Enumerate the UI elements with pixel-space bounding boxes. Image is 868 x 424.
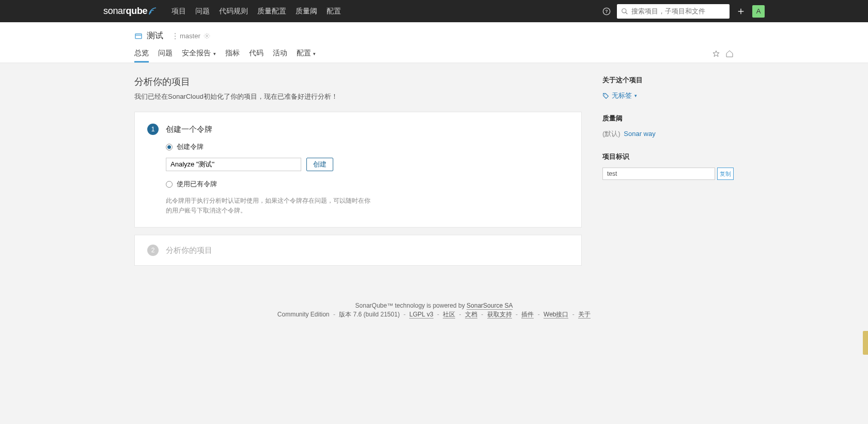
main-content: 分析你的项目 我们已经在SonarCloud初始化了你的项目，现在已准备好进行分… (134, 63, 734, 294)
radio-existing-token[interactable]: 使用已有令牌 (166, 179, 569, 189)
tab-issues[interactable]: 问题 (158, 44, 173, 63)
chevron-down-icon: ▾ (212, 51, 216, 56)
tab-measures[interactable]: 指标 (225, 44, 240, 63)
footer-license-link[interactable]: LGPL v3 (409, 311, 433, 319)
svg-point-10 (175, 38, 176, 39)
radio-create-token[interactable]: 创建令牌 (166, 142, 569, 152)
sonar-wave-icon (148, 7, 158, 16)
nav-quality-gates[interactable]: 质量阈 (291, 0, 322, 22)
plus-icon (737, 7, 745, 16)
svg-point-2 (622, 8, 626, 12)
logo-text-1: sonar (103, 6, 126, 16)
svg-point-11 (206, 35, 208, 37)
token-name-input[interactable] (166, 158, 301, 171)
copy-key-button[interactable]: 复制 (717, 168, 734, 180)
radio-create-label: 创建令牌 (177, 142, 204, 152)
branch-settings-icon[interactable] (204, 33, 210, 39)
chevron-down-icon: ▾ (312, 51, 316, 56)
project-key-input[interactable] (602, 168, 715, 180)
gate-default-label: (默认) (602, 130, 621, 138)
step1-card: 1 创建一个令牌 创建令牌 创建 使用已有令牌 此令牌用于执行分析时认证时使用，… (134, 112, 582, 228)
page-footer: SonarQube™ technology is powered by Sona… (0, 294, 868, 329)
svg-point-12 (605, 94, 606, 95)
quality-gate-link[interactable]: Sonar way (624, 130, 655, 138)
step1-title: 创建一个令牌 (166, 125, 212, 134)
footer-version: 版本 7.6 (build 21501) (339, 311, 399, 318)
search-icon (621, 8, 628, 15)
tags-label: 无标签 (612, 91, 632, 100)
about-heading: 关于这个项目 (602, 75, 734, 85)
token-hint: 此令牌用于执行分析时认证时使用，如果这个令牌存在问题，可以随时在你的用户账号下取… (166, 196, 373, 216)
favorite-icon[interactable] (712, 50, 720, 58)
step2-card: 2 分析你的项目 (134, 235, 582, 266)
footer-edition: Community Edition (277, 311, 330, 318)
footer-support-link[interactable]: 获取支持 (487, 311, 512, 319)
nav-quality-profiles[interactable]: 质量配置 (253, 0, 291, 22)
tab-activity[interactable]: 活动 (273, 44, 287, 63)
page-subtitle: 我们已经在SonarCloud初始化了你的项目，现在已准备好进行分析！ (134, 92, 582, 101)
radio-icon (166, 181, 173, 188)
project-name[interactable]: 测试 (147, 31, 163, 41)
tab-code[interactable]: 代码 (249, 44, 264, 63)
quality-gate-heading: 质量阈 (602, 114, 734, 123)
svg-point-8 (175, 33, 176, 34)
create-token-button[interactable]: 创建 (306, 158, 333, 171)
svg-rect-6 (135, 34, 142, 38)
project-key-heading: 项目标识 (602, 152, 734, 161)
footer-community-link[interactable]: 社区 (443, 311, 455, 319)
branch-divider-icon (174, 32, 177, 40)
project-tabs: 总览 问题 安全报告 ▾ 指标 代码 活动 配置 ▾ (134, 44, 316, 63)
nav-items: 项目 问题 代码规则 质量配置 质量阈 配置 (167, 0, 346, 22)
logo[interactable]: sonarqube (103, 6, 158, 17)
tab-config[interactable]: 配置 ▾ (297, 44, 316, 63)
tag-icon (602, 93, 609, 99)
tab-security[interactable]: 安全报告 ▾ (182, 44, 216, 63)
svg-line-3 (626, 12, 628, 14)
logo-text-2: qube (126, 6, 148, 16)
tab-overview[interactable]: 总览 (134, 44, 149, 63)
step2-badge: 2 (147, 245, 159, 256)
search-input[interactable] (631, 7, 725, 15)
nav-issues[interactable]: 问题 (191, 0, 214, 22)
step2-title: 分析你的项目 (166, 246, 212, 255)
nav-admin[interactable]: 配置 (322, 0, 346, 22)
footer-webapi-link[interactable]: Web接口 (544, 311, 568, 319)
project-sidebar: 关于这个项目 无标签 ▾ 质量阈 (默认) Sonar way 项目标识 复制 (602, 75, 734, 193)
radio-existing-label: 使用已有令牌 (177, 179, 217, 189)
svg-point-9 (175, 35, 176, 36)
nav-projects[interactable]: 项目 (167, 0, 191, 22)
nav-right: ? A (601, 4, 765, 19)
home-icon[interactable] (725, 50, 734, 58)
project-header: 测试 master 总览 问题 安全报告 ▾ 指标 代码 活动 配置 ▾ (0, 22, 868, 63)
footer-plugins-link[interactable]: 插件 (521, 311, 534, 319)
top-navbar: sonarqube 项目 问题 代码规则 质量配置 质量阈 配置 ? A (0, 0, 868, 22)
page-title: 分析你的项目 (134, 75, 582, 88)
branch-name[interactable]: master (180, 32, 200, 40)
add-button[interactable] (735, 5, 747, 18)
search-box[interactable] (617, 4, 730, 19)
project-icon (134, 32, 143, 40)
user-avatar[interactable]: A (752, 5, 765, 18)
nav-rules[interactable]: 代码规则 (214, 0, 253, 22)
step1-badge: 1 (147, 124, 159, 135)
chevron-down-icon: ▾ (634, 93, 637, 98)
footer-about-link[interactable]: 关于 (578, 311, 591, 319)
sonarsource-link[interactable]: SonarSource SA (467, 302, 513, 310)
footer-powered-text: SonarQube™ technology is powered by (355, 302, 467, 309)
svg-text:?: ? (605, 9, 608, 14)
footer-docs-link[interactable]: 文档 (465, 311, 477, 319)
tags-dropdown[interactable]: 无标签 ▾ (602, 91, 734, 100)
radio-icon (166, 144, 173, 150)
help-icon[interactable]: ? (601, 6, 612, 17)
